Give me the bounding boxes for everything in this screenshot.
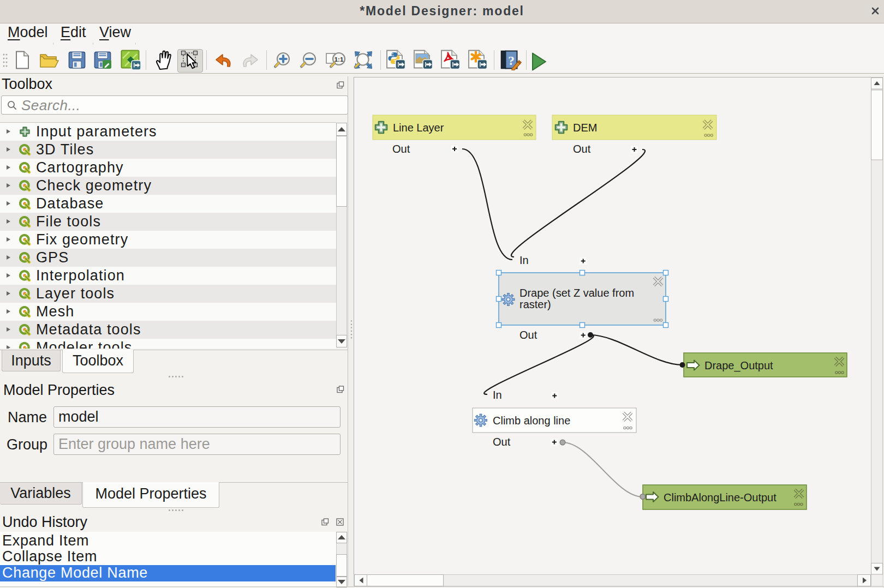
svg-text:Climb along line: Climb along line	[493, 415, 570, 427]
svg-text:DEM: DEM	[573, 122, 597, 134]
svg-text:Out: Out	[519, 329, 537, 341]
svg-text:Out: Out	[493, 436, 511, 448]
svg-text:1:1: 1:1	[335, 56, 344, 63]
svg-text:ClimbAlongLine-Output: ClimbAlongLine-Output	[664, 491, 777, 503]
svg-text:In: In	[519, 254, 529, 266]
svg-text:Out: Out	[392, 143, 410, 155]
svg-text:In: In	[493, 389, 502, 401]
svg-text:Drape_Output: Drape_Output	[704, 359, 773, 372]
svg-text:Line Layer: Line Layer	[393, 122, 444, 134]
svg-text:Out: Out	[573, 143, 591, 155]
svg-text:raster): raster)	[519, 298, 551, 310]
svg-text:Drape (set Z value from: Drape (set Z value from	[519, 287, 634, 299]
svg-text:?: ?	[508, 53, 515, 68]
